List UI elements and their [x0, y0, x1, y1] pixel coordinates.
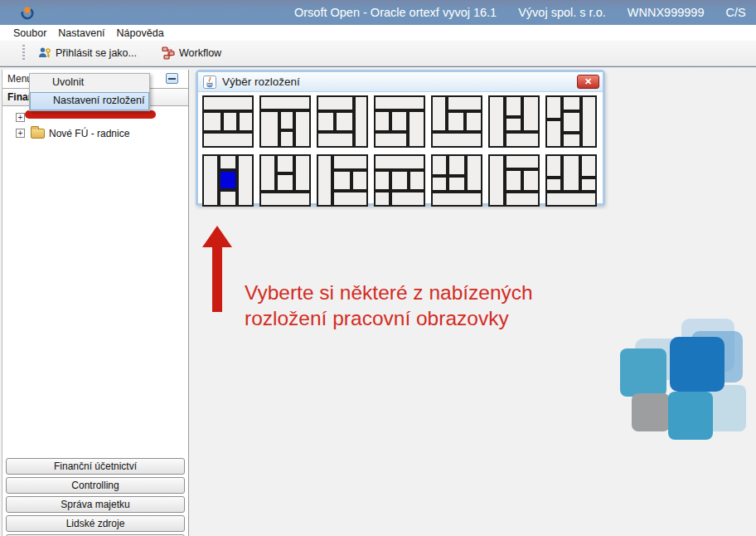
layout-thumbnail[interactable]: [259, 95, 311, 148]
window-titlebar[interactable]: Orsoft Open - Oracle ortexf vyvoj 16.1 V…: [0, 0, 756, 25]
layout-cell: [562, 133, 581, 148]
menu-soubor[interactable]: Soubor: [7, 26, 52, 41]
context-menu-item-nastaveni-rozlozeni[interactable]: Nastavení rozložení: [30, 92, 149, 110]
layout-cell: [447, 111, 465, 132]
workflow-icon: [162, 46, 175, 60]
layout-cell: [505, 192, 540, 207]
layout-cell: [332, 170, 352, 191]
title-app: Orsoft Open - Oracle ortexf vyvoj 16.1: [294, 6, 497, 19]
module-button-finance[interactable]: Finanční účetnictví: [6, 458, 185, 475]
module-buttons: Finanční účetnictví Controlling Správa m…: [2, 456, 188, 536]
app-window: { "colors": { "titlebar_blue": "#6f93ba"…: [0, 0, 756, 536]
tree-item[interactable]: + Nové FÚ - radnice: [2, 125, 188, 141]
login-as-button[interactable]: Přihlásit se jako...: [32, 44, 143, 62]
folder-icon: [31, 129, 45, 139]
menu-nastaveni[interactable]: Nastavení: [52, 26, 110, 41]
layout-cell: [332, 191, 368, 207]
logo-square: [620, 348, 666, 397]
expand-icon[interactable]: +: [16, 113, 25, 122]
layout-cell: [390, 110, 408, 132]
logo-square: [668, 392, 713, 440]
layout-cell: [222, 111, 238, 132]
layout-cell: [488, 95, 505, 148]
layout-cell: [317, 95, 354, 111]
workflow-button[interactable]: Workflow: [155, 44, 228, 62]
layout-cell: [562, 95, 581, 111]
workflow-label: Workflow: [179, 47, 221, 59]
arrow-head: [202, 226, 232, 247]
layout-cell: [448, 154, 465, 176]
user-key-icon: [38, 46, 51, 60]
layout-thumbnail[interactable]: [431, 154, 482, 207]
layout-thumbnail[interactable]: [545, 95, 597, 148]
minimize-panel-icon[interactable]: [166, 73, 178, 84]
toolbar-grip[interactable]: [22, 45, 25, 61]
layout-cell: [374, 191, 390, 207]
layout-cell: [332, 154, 368, 170]
layout-thumbnail[interactable]: [202, 154, 254, 207]
layout-thumbnail[interactable]: [431, 95, 482, 148]
arrow-up-annotation: [202, 226, 232, 314]
title-company: Vývoj spol. s r.o.: [518, 6, 606, 19]
layout-cell: [202, 111, 222, 132]
context-menu-item-uvolnit[interactable]: Uvolnit: [30, 74, 149, 92]
window-title: Orsoft Open - Oracle ortexf vyvoj 16.1 V…: [294, 0, 756, 25]
menu-napoveda[interactable]: Nápověda: [111, 26, 170, 41]
logo-square: [632, 393, 670, 431]
dialog-titlebar[interactable]: Výběr rozložení ✕: [198, 72, 603, 92]
layout-thumbnail[interactable]: [259, 154, 311, 207]
layout-cell: [390, 170, 409, 191]
layout-thumbnail[interactable]: [374, 95, 425, 148]
layout-thumbnail-row: [202, 154, 603, 207]
layout-thumbnail[interactable]: [488, 95, 540, 148]
layout-cell: [238, 111, 254, 132]
layout-cell: [374, 132, 408, 148]
layout-cell: [354, 95, 368, 148]
close-icon[interactable]: ✕: [577, 75, 599, 89]
layout-cell: [545, 119, 562, 148]
layout-cell: [374, 170, 390, 191]
layout-cell: [505, 95, 522, 117]
layout-cell: [431, 192, 482, 207]
layout-cell: [219, 190, 236, 207]
layout-cell: [202, 154, 219, 207]
layout-cell: [259, 154, 276, 192]
layout-cell: [431, 132, 482, 148]
layout-cell: [202, 132, 254, 148]
java-icon: [203, 76, 216, 89]
module-button-majetek[interactable]: Správa majetku: [6, 496, 185, 513]
title-mode: C/S: [725, 6, 745, 19]
login-as-label: Přihlásit se jako...: [56, 47, 137, 59]
module-button-zdroje[interactable]: Lidské zdroje: [6, 515, 185, 532]
layout-cell: [317, 111, 335, 132]
layout-cell: [488, 154, 505, 207]
layout-cell: [279, 110, 295, 130]
module-button-controlling[interactable]: Controlling: [6, 477, 185, 494]
layout-cell: [447, 95, 482, 111]
tree-item-label: Nové FÚ - radnice: [49, 128, 129, 139]
layout-thumbnail[interactable]: [317, 95, 368, 148]
layout-thumbnail[interactable]: [202, 95, 254, 148]
orsoft-logo-icon: [20, 5, 35, 20]
layout-cell: [562, 111, 581, 133]
dialog-body: [198, 92, 603, 203]
layout-thumbnail[interactable]: [374, 154, 425, 207]
annotation-line-1: Vyberte si některé z nabízených: [245, 280, 533, 305]
annotation-line-2: rozložení pracovní obrazovky: [245, 305, 533, 331]
menu-bar: Soubor Nastavení Nápověda: [0, 25, 756, 41]
layout-cell: [522, 95, 540, 132]
layout-cell: [545, 154, 562, 178]
layout-cell: [351, 170, 368, 191]
layout-thumbnail[interactable]: [488, 154, 540, 207]
layout-cell: [276, 173, 293, 192]
layout-thumbnail[interactable]: [545, 154, 597, 207]
layout-cell: [431, 176, 448, 192]
layout-cell: [505, 169, 522, 192]
layout-cell: [431, 154, 448, 176]
layout-thumbnail[interactable]: [317, 154, 368, 207]
expand-icon[interactable]: +: [16, 129, 25, 138]
layout-cell: [317, 154, 332, 207]
layout-cell: [294, 110, 311, 148]
layout-cell: [374, 95, 425, 110]
layout-cell: [374, 154, 425, 170]
